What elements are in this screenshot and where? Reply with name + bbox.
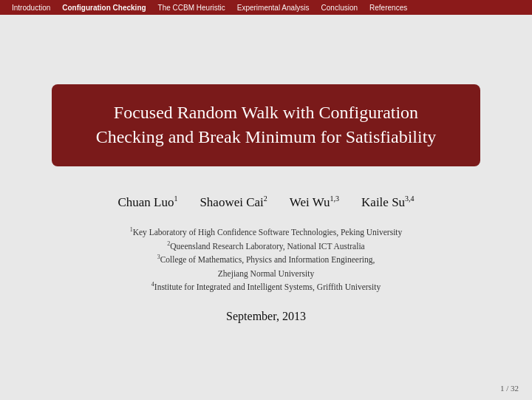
authors-list: Chuan Luo1 Shaowei Cai2 Wei Wu1,3 Kaile … bbox=[117, 194, 414, 210]
nav-item-introduction[interactable]: Introduction bbox=[6, 4, 56, 12]
nav-item-ccbm[interactable]: The CCBM Heuristic bbox=[152, 4, 231, 12]
nav-item-references[interactable]: References bbox=[364, 4, 413, 12]
author-1: Chuan Luo1 bbox=[117, 194, 177, 210]
author-3: Wei Wu1,3 bbox=[290, 194, 339, 210]
affiliation-1: 1Key Laboratory of High Confidence Softw… bbox=[130, 226, 403, 239]
navigation-bar: Introduction Configuration Checking The … bbox=[0, 0, 532, 15]
affiliations: 1Key Laboratory of High Confidence Softw… bbox=[130, 226, 403, 294]
slide-content: Focused Random Walk with Configuration C… bbox=[0, 15, 532, 400]
slide-title: Focused Random Walk with Configuration C… bbox=[74, 101, 458, 150]
affiliation-2: 2Queensland Research Laboratory, Nationa… bbox=[130, 240, 403, 253]
presentation-date: September, 2013 bbox=[226, 310, 306, 323]
affiliation-3: 3College of Mathematics, Physics and Inf… bbox=[130, 253, 403, 266]
author-2: Shaowei Cai2 bbox=[200, 194, 267, 210]
title-box: Focused Random Walk with Configuration C… bbox=[52, 84, 480, 166]
affiliation-3b: Zhejiang Normal University bbox=[130, 267, 403, 280]
author-4: Kaile Su3,4 bbox=[361, 194, 415, 210]
nav-item-configuration[interactable]: Configuration Checking bbox=[56, 4, 151, 12]
page-number: 1 / 32 bbox=[500, 384, 519, 393]
affiliation-4: 4Institute for Integrated and Intelligen… bbox=[130, 280, 403, 294]
nav-item-experimental[interactable]: Experimental Analysis bbox=[231, 4, 316, 12]
nav-item-conclusion[interactable]: Conclusion bbox=[316, 4, 364, 12]
